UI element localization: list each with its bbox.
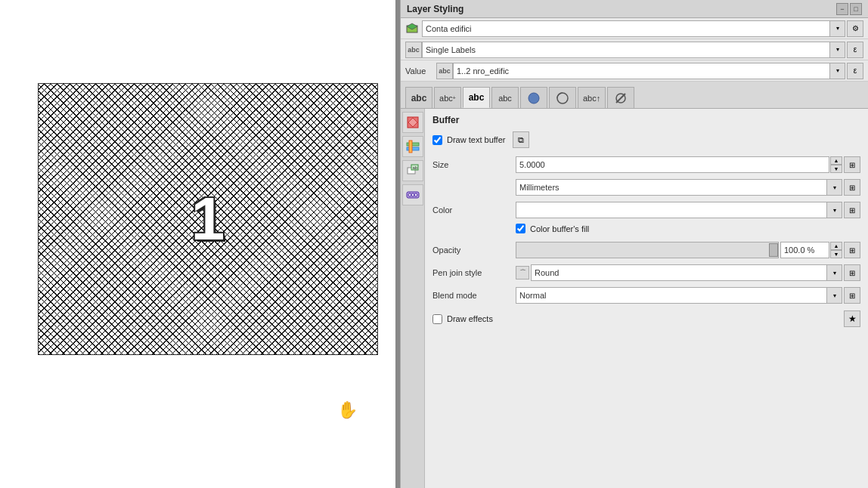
svg-point-15 <box>411 193 414 196</box>
svg-rect-9 <box>409 141 412 153</box>
opacity-down-btn[interactable]: ▼ <box>830 250 842 258</box>
blend-mode-row: Blend mode Normal ▾ ⊞ <box>432 286 860 304</box>
value-epsilon-btn[interactable]: ε <box>847 63 863 79</box>
draw-buffer-label: Draw text buffer <box>447 135 505 144</box>
svg-rect-7 <box>407 143 419 146</box>
opacity-slider[interactable] <box>516 242 779 258</box>
layer-row: Conta edifici ▾ ⚙ <box>401 18 868 39</box>
tab-rendering[interactable] <box>607 87 634 108</box>
blend-mode-select[interactable]: Normal <box>516 287 827 304</box>
value-abc-icon: abc <box>436 63 453 79</box>
pen-join-select-container: Round ▾ <box>531 264 842 281</box>
unit-dropdown-arrow[interactable]: ▾ <box>827 179 842 196</box>
value-select-container: abc 1..2 nro_edific ▾ <box>436 63 845 79</box>
tab-buffer[interactable]: abc <box>463 87 490 108</box>
color-fill-row: Color buffer's fill <box>516 224 860 233</box>
buffer-section-title: Buffer <box>432 115 860 125</box>
main-content: Buffer Draw text buffer ⧉ Size ▲ ▼ ⊞ <box>425 109 868 488</box>
size-input[interactable] <box>516 156 829 173</box>
tab-text[interactable]: abc <box>405 87 432 108</box>
blend-mode-label: Blend mode <box>432 291 516 300</box>
tab-position[interactable]: abc↑ <box>578 87 606 108</box>
svg-rect-8 <box>407 147 419 150</box>
title-controls: − □ <box>836 3 862 15</box>
effects-star-button[interactable]: ★ <box>844 310 860 327</box>
label-type-settings-btn[interactable]: ε <box>847 42 863 58</box>
pen-join-data-btn[interactable]: ⊞ <box>844 264 860 281</box>
opacity-label: Opacity <box>432 246 516 255</box>
buffer-copy-button[interactable]: ⧉ <box>513 131 529 148</box>
tab-format[interactable]: abc+ <box>434 87 461 108</box>
size-data-btn[interactable]: ⊞ <box>844 156 860 173</box>
side-icon-style[interactable] <box>402 112 423 133</box>
color-data-btn[interactable]: ⊞ <box>844 202 860 218</box>
blend-mode-data-btn[interactable]: ⊞ <box>844 287 860 304</box>
side-icon-filter[interactable] <box>402 184 423 205</box>
draw-buffer-checkbox[interactable] <box>432 135 442 145</box>
size-label: Size <box>432 160 516 169</box>
left-icons-sidebar: ab <box>401 109 425 488</box>
size-spinner: ▲ ▼ <box>830 156 842 173</box>
layer-styling-panel: Layer Styling − □ Conta edifici ▾ ⚙ abc … <box>400 0 868 488</box>
label-type-dropdown-arrow[interactable]: ▾ <box>830 42 845 58</box>
svg-point-14 <box>408 193 411 196</box>
maximize-button[interactable]: □ <box>850 3 862 15</box>
draw-effects-label: Draw effects <box>447 314 493 323</box>
color-row: Color ▾ ⊞ <box>432 201 860 219</box>
label-type-icon: abc <box>405 42 422 58</box>
pen-join-icon: ⌒ <box>516 266 529 280</box>
color-label: Color <box>432 205 516 215</box>
unit-select-container: Millimeters ▾ <box>516 179 842 196</box>
cursor-icon: ✋ <box>337 400 358 420</box>
opacity-data-btn[interactable]: ⊞ <box>844 242 860 258</box>
label-type-select[interactable]: Single Labels <box>422 42 830 58</box>
panel-title-bar: Layer Styling − □ <box>401 0 868 18</box>
value-select[interactable]: 1..2 nro_edific <box>453 63 830 79</box>
pen-join-row: Pen join style ⌒ Round ▾ ⊞ <box>432 264 860 282</box>
blend-mode-dropdown-arrow[interactable]: ▾ <box>827 287 842 304</box>
value-dropdown-arrow[interactable]: ▾ <box>830 63 845 79</box>
color-dropdown-arrow[interactable]: ▾ <box>827 202 842 218</box>
opacity-input[interactable] <box>780 242 829 258</box>
pen-join-label: Pen join style <box>432 268 516 277</box>
blend-mode-select-container: Normal ▾ <box>516 287 842 304</box>
canvas-area: 1 ✋ <box>0 0 395 488</box>
color-fill-label: Color buffer's fill <box>530 224 589 233</box>
color-fill-checkbox[interactable] <box>516 224 525 233</box>
tab-background[interactable]: abc <box>491 87 519 108</box>
svg-point-2 <box>529 93 539 103</box>
pen-join-dropdown-arrow[interactable]: ▾ <box>827 264 842 281</box>
panel-body: ab Buffer Draw text buffer ⧉ <box>401 109 868 488</box>
svg-point-16 <box>414 193 417 196</box>
size-row: Size ▲ ▼ ⊞ <box>432 156 860 174</box>
draw-effects-checkbox[interactable] <box>432 314 442 324</box>
value-row: Value abc 1..2 nro_edific ▾ ε <box>401 60 868 82</box>
side-icon-settings[interactable] <box>402 136 423 157</box>
side-icon-labels[interactable]: ab <box>402 160 423 181</box>
unit-data-btn[interactable]: ⊞ <box>844 179 860 196</box>
unit-select[interactable]: Millimeters <box>516 179 827 196</box>
tab-callout[interactable] <box>549 87 576 108</box>
unit-row: Millimeters ▾ ⊞ <box>516 178 860 196</box>
layer-settings-button[interactable]: ⚙ <box>847 20 863 37</box>
size-down-btn[interactable]: ▼ <box>830 165 842 173</box>
label-type-row: abc Single Labels ▾ ε <box>401 39 868 60</box>
draw-buffer-row: Draw text buffer ⧉ <box>432 131 860 148</box>
minimize-button[interactable]: − <box>836 3 848 15</box>
color-swatch[interactable] <box>516 202 827 218</box>
opacity-up-btn[interactable]: ▲ <box>830 242 842 250</box>
pen-join-select[interactable]: Round <box>531 264 827 281</box>
size-up-btn[interactable]: ▲ <box>830 156 842 165</box>
value-label: Value <box>405 66 432 76</box>
map-label-number: 1 <box>191 184 225 254</box>
svg-text:ab: ab <box>412 165 417 170</box>
panel-title: Layer Styling <box>407 4 463 14</box>
tabs-row: abc abc+ abc abc abc↑ <box>401 82 868 109</box>
opacity-row: Opacity ▲ ▼ ⊞ <box>432 241 860 259</box>
layer-map-icon <box>405 22 419 36</box>
opacity-spinner: ▲ ▼ <box>830 242 842 258</box>
layer-select[interactable]: Conta edifici <box>422 20 830 37</box>
layer-dropdown-arrow[interactable]: ▾ <box>830 20 845 37</box>
map-canvas: 1 <box>38 83 378 355</box>
tab-shadow[interactable] <box>520 87 547 108</box>
